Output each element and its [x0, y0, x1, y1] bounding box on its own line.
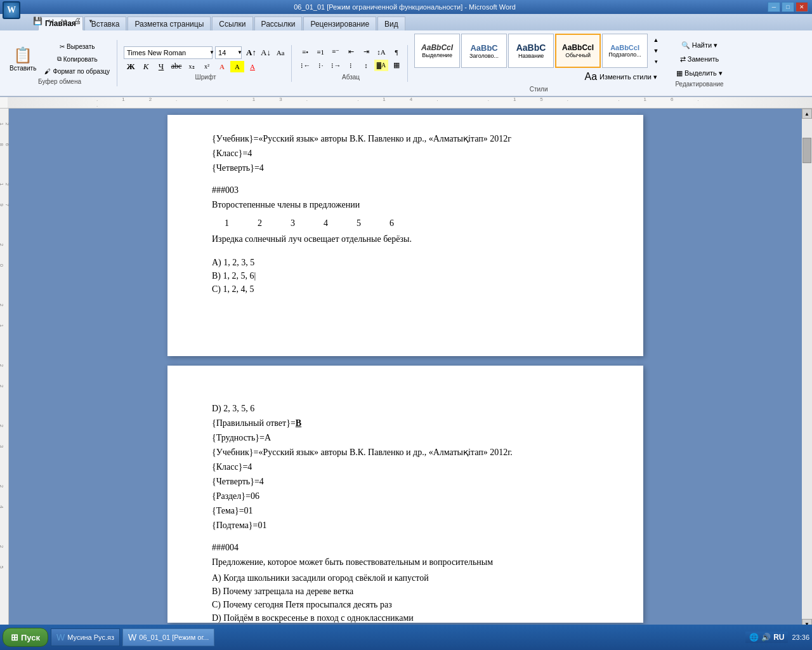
subtheme-line: {Подтема}=01 [212, 519, 599, 532]
quick-access-toolbar: 💾 ↩ ↪ 🖨 ▼ [32, 15, 96, 27]
select-icon: ▦ [676, 69, 683, 77]
replace-button[interactable]: ⇄ Заменить [677, 53, 722, 65]
multilevel-button[interactable]: ≡⁻ [329, 46, 343, 58]
quarter-line-2: {Четверть}=4 [212, 475, 599, 488]
text-highlight-button[interactable]: A [230, 61, 244, 72]
font-color-button[interactable]: A [246, 61, 259, 72]
taskbar-right: 🌐 🔊 RU 23:36 [745, 632, 809, 643]
styles-more[interactable]: ▾ [649, 56, 663, 67]
styles-scroll-up[interactable]: ▲ [649, 35, 663, 46]
theme-line: {Тема}=01 [212, 504, 599, 517]
answer-options-2: А) Когда школьники засадили огород свёкл… [212, 571, 599, 625]
bullets-button[interactable]: ≡• [298, 46, 312, 58]
document-page-2: D) 2, 3, 5, 6 {Правильный ответ}=В {Труд… [167, 366, 643, 623]
scroll-track[interactable] [802, 119, 812, 619]
change-styles-icon: Aa [585, 71, 598, 83]
start-icon: ⊞ [11, 632, 18, 642]
increase-indent-button[interactable]: ⇥ [359, 46, 373, 58]
sort-button[interactable]: ↕A [374, 46, 388, 58]
vertical-ruler: 18 19 20 21 22 23 24 25 26 27 [0, 109, 9, 629]
superscript-button[interactable]: x² [200, 61, 214, 72]
paste-button[interactable]: 📋 Вставить [6, 44, 39, 74]
subscript-button[interactable]: x₂ [185, 61, 199, 72]
clear-format-button[interactable]: Aa [273, 47, 287, 58]
scroll-up-button[interactable]: ▲ [802, 109, 812, 119]
font-group: ▼ ▼ A↑ A↓ Aa Ж К [120, 45, 292, 82]
format-painter-button[interactable]: 🖌 Формат по образцу [41, 66, 113, 77]
text-effects-button[interactable]: A [215, 61, 229, 72]
borders-button[interactable]: ▦ [390, 60, 403, 71]
bold-button[interactable]: Ж [124, 61, 138, 72]
scroll-thumb[interactable] [802, 138, 811, 163]
pages-container[interactable]: {Учебник}=«Русский язык» авторы В.К. Пав… [9, 109, 802, 629]
cut-icon: ✂ [60, 43, 65, 50]
underline-button[interactable]: Ч [154, 61, 168, 72]
sentence-text: Изредка солнечный луч освещает отдельные… [212, 232, 599, 246]
select-button[interactable]: ▦ Выделить ▾ [673, 67, 726, 79]
cut-button[interactable]: ✂ Вырезать [41, 41, 113, 52]
align-center-button[interactable]: ⫶· [313, 60, 327, 71]
topic-2: Предложение, которое может быть повество… [212, 555, 599, 569]
close-button[interactable]: ✕ [796, 2, 808, 12]
tab-references[interactable]: Ссылки [212, 17, 252, 30]
font-size-box[interactable]: ▼ [215, 46, 242, 59]
style-subtitle[interactable]: AaBbCcI Подзаголо... [602, 34, 648, 68]
find-button[interactable]: 🔍 Найти ▾ [678, 39, 721, 51]
qat-dropdown[interactable]: ▼ [85, 15, 96, 27]
style-normal[interactable]: AaBbCcI Обычный [555, 34, 601, 68]
tab-layout[interactable]: Разметка страницы [128, 17, 211, 30]
font-name-box[interactable]: ▼ [124, 46, 213, 59]
qat-redo[interactable]: ↪ [58, 15, 70, 27]
qat-undo[interactable]: ↩ [45, 15, 56, 27]
tab-view[interactable]: Вид [377, 17, 405, 30]
tab-review[interactable]: Рецензирование [303, 17, 376, 30]
document-area: 18 19 20 21 22 23 24 25 26 27 {Учебник}=… [0, 109, 812, 629]
tab-mailings[interactable]: Рассылки [254, 17, 303, 30]
correct-answer-line: {Правильный ответ}=В [212, 416, 599, 430]
align-right-button[interactable]: ⫶→ [329, 60, 343, 71]
locale-indicator[interactable]: RU [773, 633, 784, 642]
office-button[interactable]: W [3, 1, 20, 19]
change-styles-button[interactable]: Aa Изменить стили ▾ [582, 69, 661, 84]
font-shrink-button[interactable]: A↓ [259, 47, 273, 58]
show-marks-button[interactable]: ¶ [390, 46, 403, 58]
style-selection[interactable]: AaBbCcI Выделение [414, 34, 460, 68]
answer2-b: В) Почему затрещала на дереве ветка [212, 585, 599, 598]
difficulty-line: {Трудность}=А [212, 431, 599, 444]
copy-button[interactable]: ⧉ Копировать [41, 53, 113, 65]
justify-button[interactable]: ⫶ [344, 60, 358, 71]
qat-print[interactable]: 🖨 [72, 15, 83, 27]
answer-d: D) 2, 3, 5, 6 [212, 402, 599, 415]
qat-save[interactable]: 💾 [32, 15, 43, 27]
paragraph-group: ≡• ≡1 ≡⁻ ⇤ ⇥ ↕A ¶ ⫶← ⫶· ⫶→ ⫶ ↕ ▓A [294, 45, 408, 82]
taskbar-btn-2[interactable]: W 06_01_01 [Режим ог... [122, 628, 214, 646]
quarter-line: {Четверть}=4 [212, 161, 599, 175]
size-dropdown-arrow[interactable]: ▼ [237, 50, 242, 55]
font-dropdown-arrow[interactable]: ▼ [209, 50, 214, 55]
font-size-input[interactable] [218, 49, 237, 56]
decrease-indent-button[interactable]: ⇤ [344, 46, 358, 58]
numbering-button[interactable]: ≡1 [313, 46, 327, 58]
styles-panel: AaBbCcI Выделение AaBbC Заголово... AaBb… [414, 34, 663, 68]
italic-button[interactable]: К [139, 61, 153, 72]
answer-a: А) 1, 2, 3, 5 [212, 256, 599, 269]
shading-button[interactable]: ▓A [374, 60, 388, 71]
align-left-button[interactable]: ⫶← [298, 60, 312, 71]
start-button[interactable]: ⊞ Пуск [3, 628, 48, 647]
copy-icon: ⧉ [57, 55, 62, 63]
taskbar: ⊞ Пуск W Мусина Рус.яз W 06_01_01 [Режим… [0, 625, 812, 650]
styles-scroll-down[interactable]: ▼ [649, 46, 663, 56]
strikethrough-button[interactable]: abc [169, 61, 183, 72]
maximize-button[interactable]: □ [782, 2, 794, 12]
font-grow-button[interactable]: A↑ [244, 47, 258, 58]
style-heading[interactable]: AaBbC Заголово... [461, 34, 507, 68]
style-title[interactable]: AaBbC Название [508, 34, 554, 68]
taskbar-btn-1[interactable]: W Мусина Рус.яз [51, 628, 120, 646]
separator-003: ###003 [212, 183, 599, 197]
clipboard-group: 📋 Вставить ✂ Вырезать ⧉ Копировать [3, 40, 117, 86]
minimize-button[interactable]: ─ [768, 2, 780, 12]
volume-icon: 🔊 [761, 633, 771, 642]
line-spacing-button[interactable]: ↕ [359, 60, 373, 71]
vertical-scrollbar[interactable]: ▲ ▼ [802, 109, 812, 629]
font-name-input[interactable] [127, 49, 209, 56]
